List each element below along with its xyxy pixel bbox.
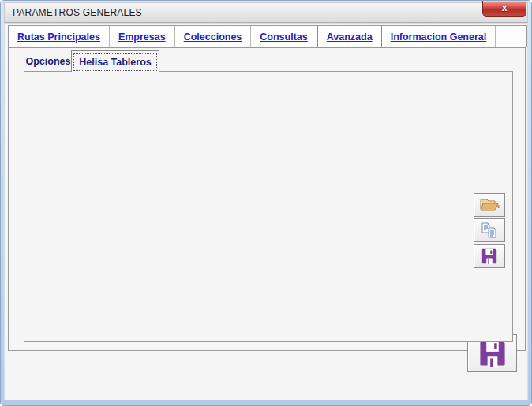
tab-rutas-principales[interactable]: Rutas Principales	[9, 26, 110, 47]
tab-empresas[interactable]: Empresas	[110, 26, 175, 47]
save-report-icon	[481, 248, 497, 264]
subtab-helisa-tableros[interactable]: Helisa Tableros	[71, 50, 159, 72]
copy-report-icon	[481, 222, 498, 239]
tab-consultas[interactable]: Consultas	[251, 26, 317, 47]
tab-colecciones[interactable]: Colecciones	[175, 26, 252, 47]
window-title: PARAMETROS GENERALES	[13, 7, 142, 18]
dialog-window: PARAMETROS GENERALES x Rutas Principales…	[0, 0, 532, 406]
tab-informacion-general[interactable]: Informacion General	[382, 26, 496, 47]
open-folder-button[interactable]	[474, 193, 505, 217]
subtab-opciones[interactable]: Opciones	[25, 52, 71, 71]
save-all-icon	[479, 340, 506, 367]
save-report-button[interactable]	[474, 244, 505, 268]
title-bar: PARAMETROS GENERALES	[4, 2, 528, 23]
subtab-page-helisa-tableros	[24, 71, 513, 342]
main-tab-strip: Rutas Principales Empresas Colecciones C…	[8, 25, 527, 47]
open-folder-icon	[479, 197, 500, 213]
dialog-body: Rutas Principales Empresas Colecciones C…	[4, 23, 528, 400]
close-button[interactable]: x	[482, 1, 526, 17]
subtab-helisa-label: Helisa Tableros	[73, 53, 157, 71]
copy-report-button[interactable]	[474, 218, 505, 242]
tab-avanzada[interactable]: Avanzada	[317, 26, 382, 47]
